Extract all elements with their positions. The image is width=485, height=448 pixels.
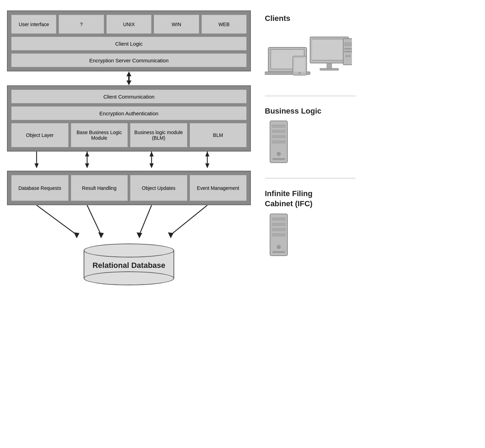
ifc-layer: Database Requests Result Handling Object… [7, 171, 251, 205]
svg-marker-11 [149, 163, 154, 168]
ifc-to-db-arrows [7, 205, 244, 244]
svg-point-53 [277, 245, 281, 249]
question-box: ? [59, 15, 104, 34]
client-layer: User interface ? UNIX WIN WEB Client Log… [7, 10, 251, 71]
encryption-row: Encryption Server Communication [11, 53, 247, 67]
svg-line-17 [87, 205, 101, 235]
event-management-box: Event Management [190, 175, 247, 201]
right-area: Clients [265, 10, 478, 285]
db-ellipse-top [84, 244, 174, 257]
clients-section: Clients [265, 14, 478, 84]
svg-rect-52 [272, 233, 286, 237]
main-container: User interface ? UNIX WIN WEB Client Log… [0, 0, 485, 296]
result-handling-box: Result Handling [71, 175, 128, 201]
svg-marker-20 [137, 232, 142, 238]
database-requests-box: Database Requests [11, 175, 69, 201]
svg-rect-54 [272, 251, 285, 253]
svg-rect-31 [320, 68, 339, 70]
svg-rect-49 [272, 217, 286, 221]
biz-encrypt-auth: Encryption Authentication [11, 106, 247, 120]
svg-marker-13 [205, 152, 209, 156]
user-interface-box: User interface [11, 15, 56, 34]
svg-marker-2 [126, 80, 131, 85]
svg-rect-45 [272, 140, 286, 144]
ifc-section: Infinite Filing Cabinet (IFC) [265, 189, 478, 259]
object-layer-box: Object Layer [11, 123, 69, 147]
svg-marker-16 [74, 232, 79, 238]
svg-rect-33 [344, 42, 352, 46]
database-container: Relational Database [7, 244, 251, 285]
svg-point-40 [299, 72, 301, 74]
svg-marker-18 [98, 232, 104, 238]
client-to-business-arrow [7, 71, 251, 85]
database: Relational Database [84, 244, 174, 285]
svg-rect-35 [344, 51, 352, 52]
svg-rect-47 [272, 158, 285, 160]
svg-rect-43 [272, 130, 286, 133]
business-logic-icon [265, 119, 293, 164]
svg-point-46 [277, 152, 281, 156]
clients-label: Clients [265, 14, 478, 23]
svg-rect-50 [272, 223, 286, 226]
svg-rect-42 [272, 124, 286, 128]
blm-box: BLM [190, 123, 247, 147]
object-updates-box: Object Updates [130, 175, 187, 201]
business-logic-module-box: Business logic module (BLM) [130, 123, 187, 147]
diagram-area: User interface ? UNIX WIN WEB Client Log… [7, 10, 251, 285]
ifc-row: Database Requests Result Handling Object… [11, 175, 247, 201]
web-box: WEB [201, 15, 247, 34]
win-box: WIN [154, 15, 199, 34]
svg-rect-39 [294, 58, 305, 72]
svg-rect-34 [344, 48, 352, 49]
svg-rect-51 [272, 228, 286, 231]
svg-line-21 [171, 205, 207, 235]
svg-line-15 [37, 205, 77, 235]
svg-point-37 [348, 55, 351, 57]
svg-marker-0 [126, 71, 131, 76]
svg-marker-10 [149, 152, 154, 156]
biz-to-ifc-arrows [7, 152, 244, 171]
svg-rect-3 [128, 76, 130, 80]
base-business-logic-box: Base Business Logic Module [71, 123, 128, 147]
clients-icon [265, 26, 352, 82]
client-logic-row: Client Logic [11, 37, 247, 51]
ifc-icon [265, 212, 293, 257]
business-logic-section: Business Logic [265, 107, 478, 166]
unix-box: UNIX [106, 15, 152, 34]
database-label: Relational Database [92, 261, 165, 270]
ifc-label: Infinite Filing Cabinet (IFC) [265, 189, 341, 209]
svg-marker-8 [85, 163, 89, 168]
biz-bottom-row: Object Layer Base Business Logic Module … [11, 123, 247, 147]
business-layer: Client Communication Encryption Authenti… [7, 85, 251, 152]
svg-marker-22 [168, 232, 174, 238]
divider-1 [265, 96, 355, 96]
svg-point-36 [346, 55, 348, 57]
svg-marker-7 [85, 152, 89, 156]
biz-client-comm: Client Communication [11, 90, 247, 103]
svg-rect-29 [312, 39, 346, 60]
svg-marker-5 [34, 163, 39, 168]
svg-marker-14 [205, 163, 209, 168]
svg-line-19 [139, 205, 152, 235]
db-ellipse-bottom [84, 271, 174, 285]
business-logic-label: Business Logic [265, 107, 478, 116]
client-top-row: User interface ? UNIX WIN WEB [11, 15, 247, 34]
svg-rect-44 [272, 135, 286, 138]
divider-2 [265, 178, 355, 178]
